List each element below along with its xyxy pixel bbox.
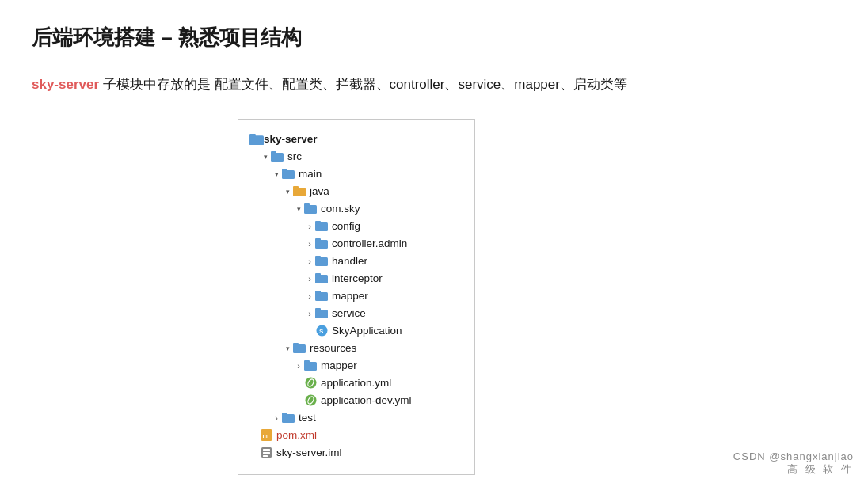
svg-rect-15	[315, 256, 321, 259]
yml-icon	[303, 395, 318, 406]
svg-rect-5	[282, 169, 287, 172]
node-label: com.sky	[321, 203, 360, 215]
tree-node: ▾ main	[249, 165, 460, 183]
svg-rect-27	[304, 360, 310, 363]
chevron-right-icon: ›	[305, 309, 314, 318]
tree-nodes: ▾ src ▾ main ▾ java ▾ com.sky	[249, 148, 460, 462]
chevron-right-icon: ›	[305, 274, 314, 283]
svg-rect-39	[263, 455, 268, 457]
node-label: test	[299, 412, 316, 424]
chevron-right-icon: ›	[294, 361, 303, 371]
chevron-down-icon: ▾	[283, 344, 292, 352]
subtitle-rest: 子模块中存放的是 配置文件、配置类、拦截器、controller、service…	[99, 77, 627, 92]
tree-node: › config	[249, 218, 460, 235]
chevron-down-icon: ▾	[272, 170, 281, 178]
tree-node: ▾ java	[249, 183, 460, 200]
subtitle-highlight: sky-server	[32, 77, 99, 92]
svg-rect-25	[293, 343, 299, 346]
folder-blue-icon	[314, 273, 329, 284]
tree-node: ▾ com.sky	[249, 200, 460, 218]
svg-rect-37	[263, 449, 270, 451]
chevron-right-icon: ›	[305, 257, 314, 266]
folder-blue-icon	[314, 221, 329, 232]
tree-node: sky-server.iml	[249, 444, 460, 462]
node-label: sky-server.iml	[276, 447, 342, 458]
svg-rect-7	[293, 186, 299, 189]
chevron-right-icon: ›	[272, 413, 281, 423]
node-label: mapper	[332, 290, 368, 302]
tree-node: › handler	[249, 253, 460, 270]
tree-node: › test	[249, 409, 460, 427]
folder-blue-icon	[270, 151, 284, 162]
tree-node: application-dev.yml	[249, 392, 460, 409]
tree-root: sky-server	[249, 131, 460, 148]
svg-rect-1	[249, 134, 256, 138]
chevron-down-icon: ▾	[261, 153, 270, 161]
svg-rect-11	[315, 221, 321, 224]
folder-blue-icon	[314, 308, 329, 319]
subtitle: sky-server 子模块中存放的是 配置文件、配置类、拦截器、control…	[32, 74, 836, 97]
node-label: java	[310, 185, 329, 197]
svg-rect-9	[304, 203, 310, 207]
folder-blue-icon	[292, 343, 306, 354]
node-label: controller.admin	[332, 238, 407, 249]
node-label: interceptor	[332, 272, 383, 284]
app-icon: S	[314, 325, 329, 337]
pom-icon: m	[259, 430, 273, 441]
chevron-right-icon: ›	[305, 239, 314, 249]
tree-node: › controller.admin	[249, 235, 460, 253]
root-folder-icon	[249, 134, 264, 145]
svg-rect-21	[315, 308, 321, 311]
svg-rect-33	[282, 413, 287, 416]
node-label: src	[287, 150, 302, 162]
watermark-line1: CSDN @shangxianjiao	[733, 451, 854, 462]
folder-blue-icon	[281, 169, 295, 180]
watermark: CSDN @shangxianjiao 高 级 软 件	[733, 451, 854, 477]
folder-blue-icon	[314, 291, 329, 302]
folder-blue-icon	[281, 413, 295, 424]
folder-blue-icon	[314, 238, 329, 249]
node-label: main	[299, 168, 322, 180]
node-label: pom.xml	[276, 429, 317, 441]
chevron-right-icon: ›	[305, 222, 314, 231]
node-label: application-dev.yml	[321, 394, 412, 406]
folder-blue-icon	[303, 203, 318, 215]
tree-node: › service	[249, 305, 460, 322]
tree-node: m pom.xml	[249, 427, 460, 444]
project-tree: sky-server ▾ src ▾ main ▾ java ▾	[238, 119, 475, 475]
node-label: resources	[310, 342, 356, 354]
chevron-down-icon: ▾	[294, 205, 303, 213]
root-label: sky-server	[264, 133, 318, 145]
folder-blue-icon	[314, 256, 329, 267]
tree-node: S SkyApplication	[249, 322, 460, 340]
tree-node: ▾ src	[249, 148, 460, 165]
tree-node: › interceptor	[249, 270, 460, 287]
chevron-down-icon: ▾	[283, 188, 292, 196]
node-label: service	[332, 307, 366, 319]
svg-point-30	[305, 395, 316, 406]
chevron-right-icon: ›	[305, 291, 314, 301]
svg-point-28	[305, 378, 316, 389]
svg-rect-17	[315, 273, 321, 276]
yml-icon	[303, 378, 318, 389]
svg-text:m: m	[262, 433, 267, 439]
folder-blue-icon	[303, 360, 318, 371]
tree-node: ▾ resources	[249, 340, 460, 357]
iml-icon	[259, 447, 273, 458]
node-label: mapper	[321, 359, 357, 371]
node-label: config	[332, 220, 360, 232]
node-label: SkyApplication	[332, 325, 402, 337]
svg-rect-19	[315, 291, 321, 294]
tree-node: application.yml	[249, 375, 460, 392]
svg-rect-13	[315, 238, 321, 242]
svg-text:S: S	[319, 328, 324, 335]
page-title: 后端环境搭建 – 熟悉项目结构	[32, 24, 836, 51]
folder-yellow-icon	[292, 186, 306, 197]
svg-rect-3	[271, 151, 276, 154]
node-label: handler	[332, 255, 367, 267]
watermark-line2: 高 级 软 件	[733, 462, 854, 477]
svg-rect-38	[263, 452, 270, 454]
tree-node: › mapper	[249, 357, 460, 375]
tree-node: › mapper	[249, 287, 460, 305]
node-label: application.yml	[321, 377, 391, 389]
